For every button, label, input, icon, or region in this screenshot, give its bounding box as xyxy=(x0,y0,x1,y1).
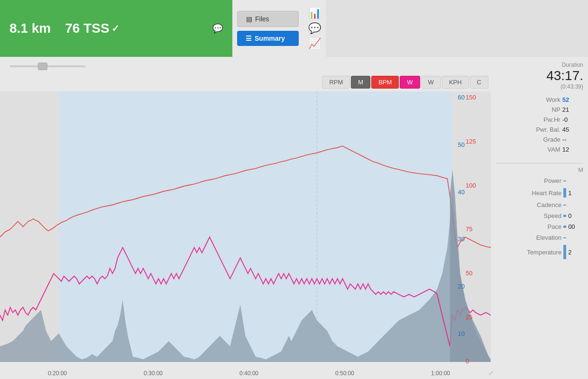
temperature-label: Temperature xyxy=(496,243,562,261)
tss-value: 76 TSS ✓ xyxy=(65,21,119,36)
cadence-label: Cadence xyxy=(496,199,562,210)
speed-value: 0 xyxy=(567,210,583,221)
zoom-slider-thumb[interactable] xyxy=(38,63,47,70)
stat2-row-elevation: Elevation xyxy=(496,232,583,243)
y-axis-right: 150 125 100 75 50 25 0 xyxy=(465,91,491,367)
duration-section: Duration 43:17. (0:43:39) xyxy=(496,62,583,90)
stat-row-work: Work 52 xyxy=(496,95,583,105)
power-bar-cell xyxy=(562,175,567,186)
comment-icon[interactable]: 💬 xyxy=(308,22,321,35)
summary-icon: ☰ xyxy=(246,35,252,42)
np-value: 21 xyxy=(561,105,583,115)
x-axis-row: 0:20:00 0:30:00 0:40:00 0:50:00 1:00:00 … xyxy=(0,367,493,379)
metric-buttons-row: RPM M BPM W W KPH C xyxy=(0,76,493,91)
svg-rect-1 xyxy=(0,91,59,362)
stat-row-pwhr: Pw:Hr -0 xyxy=(496,115,583,125)
metric-btn-kph[interactable]: KPH xyxy=(442,76,469,89)
chart-svg xyxy=(0,91,491,367)
action-icons: 📊 💬 📈 xyxy=(303,0,326,57)
main-content: RPM M BPM W W KPH C xyxy=(0,57,588,379)
stat-row-grade: Grade -- xyxy=(496,135,583,144)
y-axis-left: 60 50 40 30 20 10 xyxy=(446,91,465,340)
top-bar: 8.1 km 76 TSS ✓ 💬 ▤ Files ☰ Summary 📊 💬 … xyxy=(0,0,588,57)
y-label-20: 20 xyxy=(446,283,465,290)
duration-label: Duration xyxy=(496,62,583,68)
stat2-row-cadence: Cadence xyxy=(496,199,583,210)
pace-label: Pace xyxy=(496,221,562,232)
hr-value: 1 xyxy=(567,186,583,199)
temperature-bar-cell xyxy=(562,243,567,261)
x-label-1: 0:30:00 xyxy=(144,370,163,377)
temperature-value: 2 xyxy=(567,243,583,261)
files-button[interactable]: ▤ Files xyxy=(237,11,299,27)
zoom-slider-track[interactable] xyxy=(9,65,85,67)
metric-btn-w[interactable]: W xyxy=(421,76,441,89)
checkmark-icon: ✓ xyxy=(111,23,119,34)
metric-btn-c[interactable]: C xyxy=(470,76,488,89)
x-label-3: 0:50:00 xyxy=(335,370,354,377)
pace-value: 00 xyxy=(567,221,583,232)
stat2-row-power: Power xyxy=(496,175,583,186)
speed-label: Speed xyxy=(496,210,562,221)
chat-icon[interactable]: 💬 xyxy=(212,23,223,34)
np-label: NP xyxy=(496,105,561,115)
tab-buttons: ▤ Files ☰ Summary xyxy=(232,0,303,57)
slider-row xyxy=(0,57,493,76)
hr-bar-cell xyxy=(562,186,567,199)
stat2-row-temperature: Temperature 2 xyxy=(496,243,583,261)
y-label-0: 0 xyxy=(466,358,490,365)
y-label-125: 125 xyxy=(466,138,490,145)
stat2-row-hr: Heart Rate 1 xyxy=(496,186,583,199)
bar-chart-icon[interactable]: 📊 xyxy=(308,7,321,19)
hr-label: Heart Rate xyxy=(496,186,562,199)
trend-icon[interactable]: 📈 xyxy=(308,37,321,50)
chart-area: RPM M BPM W W KPH C xyxy=(0,57,493,379)
pwhr-label: Pw:Hr xyxy=(496,115,561,125)
y-label-30: 30 xyxy=(446,235,465,243)
pwhr-value: -0 xyxy=(561,115,583,125)
grade-value: -- xyxy=(561,135,583,144)
right-panel: Duration 43:17. (0:43:39) Work 52 NP 21 … xyxy=(493,57,588,379)
stat2-row-pace: Pace 00 xyxy=(496,221,583,232)
x-label-0: 0:20:00 xyxy=(48,370,67,377)
chart-container: 150 125 100 75 50 25 0 60 50 40 30 20 10 xyxy=(0,91,491,367)
svg-rect-0 xyxy=(59,91,452,362)
x-label-2: 0:40:00 xyxy=(239,370,258,377)
y-label-100: 100 xyxy=(466,182,490,189)
y-label-25: 25 xyxy=(466,314,490,321)
y-label-50: 50 xyxy=(466,270,490,277)
pace-bar-cell xyxy=(562,221,567,232)
distance-value: 8.1 km xyxy=(9,21,51,36)
elevation-label: Elevation xyxy=(496,232,562,243)
y-label-50: 50 xyxy=(446,141,465,148)
metric-btn-m[interactable]: M xyxy=(351,76,370,89)
vam-value: 12 xyxy=(561,144,583,154)
activity-summary-bar: 8.1 km 76 TSS ✓ 💬 xyxy=(0,0,232,57)
stats-table2: Power Heart Rate 1 Cadence Speed 0 Pace xyxy=(496,175,583,261)
work-value: 52 xyxy=(561,95,583,105)
y-label-150: 150 xyxy=(466,94,490,101)
expand-icon[interactable]: ⤢ xyxy=(488,370,493,377)
stat-row-np: NP 21 xyxy=(496,105,583,115)
speed-bar-cell xyxy=(562,210,567,221)
pwrbal-label: Pwr. Bal. xyxy=(496,125,561,135)
duration-sub: (0:43:39) xyxy=(496,83,583,90)
cadence-value xyxy=(567,199,583,210)
metric-btn-w-pink[interactable]: W xyxy=(400,76,420,89)
metric-btn-bpm[interactable]: BPM xyxy=(371,76,399,89)
y-label-10: 10 xyxy=(446,330,465,337)
stats-divider xyxy=(496,163,583,163)
stats-table: Work 52 NP 21 Pw:Hr -0 Pwr. Bal. 45 Grad… xyxy=(496,95,583,154)
x-labels: 0:20:00 0:30:00 0:40:00 0:50:00 1:00:00 xyxy=(9,370,488,377)
vam-label: VAM xyxy=(496,144,561,154)
cadence-bar-cell xyxy=(562,199,567,210)
metric-btn-rpm[interactable]: RPM xyxy=(322,76,350,89)
y-label-40: 40 xyxy=(446,189,465,196)
stat-row-vam: VAM 12 xyxy=(496,144,583,154)
m-section-label: M xyxy=(496,166,583,173)
x-label-4: 1:00:00 xyxy=(431,370,450,377)
y-label-60: 60 xyxy=(446,94,465,101)
grade-label: Grade xyxy=(496,135,561,144)
summary-button[interactable]: ☰ Summary xyxy=(237,31,299,46)
power-label: Power xyxy=(496,175,562,186)
